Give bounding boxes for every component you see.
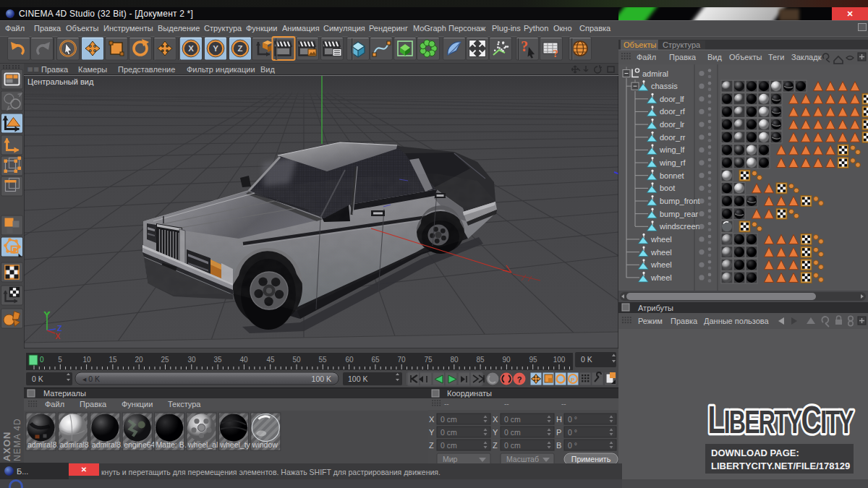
- svg-text:Z: Z: [429, 441, 434, 450]
- svg-text:0 °: 0 °: [568, 415, 577, 424]
- svg-text:bump_front: bump_front: [660, 197, 700, 205]
- svg-text:Режим: Режим: [638, 317, 663, 325]
- svg-text:P: P: [556, 428, 561, 437]
- svg-text:75: 75: [424, 356, 433, 364]
- svg-text:Y: Y: [44, 310, 50, 319]
- svg-text:bump_rear: bump_rear: [660, 210, 699, 218]
- svg-text:0: 0: [40, 356, 44, 364]
- svg-text:0 cm: 0 cm: [441, 415, 457, 424]
- svg-text:Координаты: Координаты: [447, 389, 492, 398]
- svg-text:Текстура: Текстура: [168, 400, 201, 408]
- svg-text:P: P: [571, 377, 575, 383]
- svg-text:wing_lf: wing_lf: [659, 145, 685, 154]
- svg-text:chassis: chassis: [651, 82, 678, 90]
- svg-text:Файл: Файл: [45, 400, 64, 408]
- svg-text:0 cm: 0 cm: [504, 441, 521, 450]
- svg-text:LIBERTYCITY: LIBERTYCITY: [707, 398, 854, 442]
- svg-text:X: X: [55, 332, 61, 341]
- svg-text:◂ 0 K: ◂ 0 K: [82, 374, 100, 383]
- svg-text:60: 60: [345, 356, 354, 364]
- svg-text:Правка: Правка: [80, 400, 107, 408]
- svg-text:Z: Z: [237, 44, 242, 53]
- svg-text:Объекты: Объекты: [624, 40, 656, 49]
- svg-text:50: 50: [292, 356, 301, 364]
- svg-text:20: 20: [135, 356, 143, 364]
- svg-text:?: ?: [553, 48, 558, 59]
- svg-text:15: 15: [109, 356, 117, 364]
- svg-text:wheel: wheel: [650, 235, 672, 244]
- svg-text:admiral: admiral: [642, 69, 668, 78]
- svg-text:95: 95: [529, 356, 537, 364]
- svg-text:90: 90: [502, 356, 511, 364]
- svg-text:?: ?: [521, 38, 528, 54]
- svg-text:0 cm: 0 cm: [441, 428, 457, 437]
- svg-text:Объекты: Объекты: [729, 53, 762, 61]
- svg-text:wheel: wheel: [650, 260, 672, 269]
- svg-text:55: 55: [318, 356, 327, 364]
- svg-text:windscreen: windscreen: [659, 222, 700, 231]
- svg-text:85: 85: [476, 356, 485, 364]
- svg-text:0 °: 0 °: [568, 428, 577, 437]
- svg-text:0 K: 0 K: [581, 355, 592, 364]
- svg-text:engine64: engine64: [124, 440, 155, 449]
- svg-text:wheel: wheel: [650, 273, 672, 282]
- svg-text:Файл: Файл: [637, 53, 656, 61]
- svg-text:5: 5: [58, 356, 62, 364]
- svg-text:30: 30: [187, 356, 196, 364]
- svg-text:--: --: [504, 400, 509, 408]
- svg-text:Правка: Правка: [669, 53, 697, 61]
- svg-text:100: 100: [553, 356, 566, 364]
- svg-text:--: --: [444, 400, 449, 408]
- svg-text:Центральный вид: Центральный вид: [27, 77, 94, 86]
- svg-text:window: window: [252, 440, 278, 449]
- svg-text:Масштаб: Масштаб: [506, 455, 539, 463]
- svg-text:Материалы: Материалы: [43, 389, 86, 398]
- svg-text:Y: Y: [429, 428, 435, 437]
- svg-text:0 cm: 0 cm: [504, 415, 521, 424]
- svg-text:?: ?: [517, 375, 522, 384]
- svg-text:boot: boot: [660, 184, 675, 192]
- svg-text:65: 65: [371, 356, 380, 364]
- svg-text:40: 40: [239, 356, 248, 364]
- svg-text:DOWNLOAD PAGE:: DOWNLOAD PAGE:: [711, 448, 799, 458]
- svg-text:X: X: [188, 44, 194, 53]
- svg-text:door_rr: door_rr: [660, 133, 686, 142]
- svg-text:B: B: [556, 441, 561, 450]
- svg-text:door_lf: door_lf: [660, 95, 685, 103]
- svg-text:70: 70: [397, 356, 406, 364]
- svg-text:H: H: [556, 415, 562, 424]
- svg-text:10: 10: [82, 356, 91, 364]
- svg-text:Y: Y: [213, 44, 218, 53]
- svg-text:Мир: Мир: [443, 455, 458, 463]
- svg-text:Z: Z: [493, 441, 498, 450]
- svg-text:X: X: [493, 415, 498, 424]
- svg-text:Правка: Правка: [671, 317, 698, 325]
- svg-text:Теги: Теги: [768, 53, 784, 61]
- svg-text:wheel_al: wheel_al: [187, 440, 218, 449]
- svg-text:100 K: 100 K: [312, 374, 331, 383]
- svg-text:Функции: Функции: [122, 400, 153, 408]
- svg-text:wheel: wheel: [650, 248, 672, 257]
- svg-text:80: 80: [450, 356, 459, 364]
- svg-text:Применить: Применить: [571, 455, 611, 463]
- svg-text:Вид: Вид: [707, 53, 722, 61]
- svg-text:Структура: Структура: [663, 40, 701, 49]
- svg-text:--: --: [561, 400, 566, 408]
- svg-text:bonnet: bonnet: [660, 171, 684, 180]
- svg-text:35: 35: [213, 356, 222, 364]
- svg-text:Y: Y: [493, 428, 498, 437]
- svg-text:100 K: 100 K: [348, 374, 367, 383]
- svg-text:Данные пользова: Данные пользова: [704, 317, 770, 325]
- svg-text:LIBERTYCITY.NET/FILE/178129: LIBERTYCITY.NET/FILE/178129: [711, 461, 850, 471]
- svg-text:0 cm: 0 cm: [441, 441, 457, 450]
- svg-text:0 °: 0 °: [568, 441, 577, 450]
- svg-text:door_lr: door_lr: [660, 120, 685, 129]
- svg-text:Атрибуты: Атрибуты: [638, 304, 673, 312]
- svg-text:Закладк: Закладк: [791, 53, 822, 61]
- svg-text:door_rf: door_rf: [660, 107, 686, 116]
- svg-text:25: 25: [161, 356, 169, 364]
- svg-text:wheel_ty: wheel_ty: [219, 440, 250, 449]
- svg-text:0 cm: 0 cm: [504, 428, 521, 437]
- svg-text:wing_rf: wing_rf: [659, 158, 686, 167]
- svg-text:0 K: 0 K: [32, 374, 43, 383]
